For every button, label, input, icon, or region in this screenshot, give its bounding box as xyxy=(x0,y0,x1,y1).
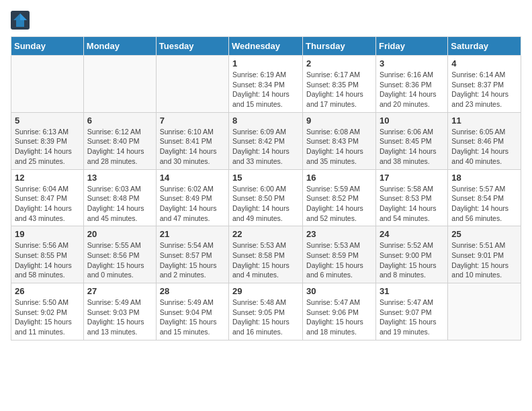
day-number: 23 xyxy=(306,229,372,239)
calendar-cell: 19Sunrise: 5:56 AM Sunset: 8:55 PM Dayli… xyxy=(11,226,84,283)
day-info: Sunrise: 6:02 AM Sunset: 8:49 PM Dayligh… xyxy=(160,184,225,224)
page-header xyxy=(11,11,521,30)
day-number: 3 xyxy=(380,58,444,68)
day-of-week-monday: Monday xyxy=(83,37,156,56)
calendar-cell: 12Sunrise: 6:04 AM Sunset: 8:47 PM Dayli… xyxy=(11,169,84,226)
day-info: Sunrise: 5:48 AM Sunset: 9:05 PM Dayligh… xyxy=(232,298,299,337)
day-info: Sunrise: 5:51 AM Sunset: 9:01 PM Dayligh… xyxy=(451,240,517,280)
calendar-cell: 27Sunrise: 5:49 AM Sunset: 9:03 PM Dayli… xyxy=(83,283,156,340)
calendar-cell: 28Sunrise: 5:49 AM Sunset: 9:04 PM Dayli… xyxy=(156,283,228,340)
day-info: Sunrise: 6:17 AM Sunset: 8:35 PM Dayligh… xyxy=(306,70,372,109)
day-info: Sunrise: 6:06 AM Sunset: 8:45 PM Dayligh… xyxy=(380,127,444,167)
calendar-header: SundayMondayTuesdayWednesdayThursdayFrid… xyxy=(11,37,521,56)
calendar-cell xyxy=(448,283,521,340)
day-number: 27 xyxy=(87,286,152,296)
day-of-week-saturday: Saturday xyxy=(448,37,521,56)
day-number: 6 xyxy=(87,116,152,126)
calendar-cell: 23Sunrise: 5:53 AM Sunset: 8:59 PM Dayli… xyxy=(303,226,376,283)
calendar-body: 1Sunrise: 6:19 AM Sunset: 8:34 PM Daylig… xyxy=(11,56,521,340)
calendar-cell: 29Sunrise: 5:48 AM Sunset: 9:05 PM Dayli… xyxy=(229,283,303,340)
day-info: Sunrise: 6:14 AM Sunset: 8:37 PM Dayligh… xyxy=(451,70,517,109)
day-number: 22 xyxy=(232,229,299,239)
day-number: 9 xyxy=(306,116,372,126)
day-number: 14 xyxy=(160,173,225,183)
day-info: Sunrise: 6:13 AM Sunset: 8:39 PM Dayligh… xyxy=(15,127,80,167)
calendar-cell: 8Sunrise: 6:09 AM Sunset: 8:42 PM Daylig… xyxy=(229,112,303,169)
day-number: 12 xyxy=(15,173,80,183)
day-info: Sunrise: 6:10 AM Sunset: 8:41 PM Dayligh… xyxy=(160,127,225,167)
calendar-cell: 6Sunrise: 6:12 AM Sunset: 8:40 PM Daylig… xyxy=(83,112,156,169)
calendar-cell xyxy=(83,56,156,113)
day-number: 11 xyxy=(451,116,517,126)
day-number: 2 xyxy=(306,58,372,68)
day-number: 21 xyxy=(160,229,225,239)
day-info: Sunrise: 6:08 AM Sunset: 8:43 PM Dayligh… xyxy=(306,127,372,167)
day-number: 4 xyxy=(451,58,517,68)
week-row-5: 26Sunrise: 5:50 AM Sunset: 9:02 PM Dayli… xyxy=(11,283,521,340)
calendar-cell: 14Sunrise: 6:02 AM Sunset: 8:49 PM Dayli… xyxy=(156,169,228,226)
calendar-cell: 22Sunrise: 5:53 AM Sunset: 8:58 PM Dayli… xyxy=(229,226,303,283)
day-info: Sunrise: 6:16 AM Sunset: 8:36 PM Dayligh… xyxy=(380,70,444,109)
day-number: 18 xyxy=(451,173,517,183)
day-number: 19 xyxy=(15,229,80,239)
day-info: Sunrise: 5:53 AM Sunset: 8:59 PM Dayligh… xyxy=(306,240,372,280)
calendar-cell: 13Sunrise: 6:03 AM Sunset: 8:48 PM Dayli… xyxy=(83,169,156,226)
day-number: 17 xyxy=(380,173,444,183)
day-info: Sunrise: 6:05 AM Sunset: 8:46 PM Dayligh… xyxy=(451,127,517,167)
calendar-cell: 21Sunrise: 5:54 AM Sunset: 8:57 PM Dayli… xyxy=(156,226,228,283)
day-of-week-wednesday: Wednesday xyxy=(229,37,303,56)
calendar-cell: 18Sunrise: 5:57 AM Sunset: 8:54 PM Dayli… xyxy=(448,169,521,226)
calendar-cell: 30Sunrise: 5:47 AM Sunset: 9:06 PM Dayli… xyxy=(303,283,376,340)
day-info: Sunrise: 6:04 AM Sunset: 8:47 PM Dayligh… xyxy=(15,184,80,224)
day-info: Sunrise: 5:47 AM Sunset: 9:07 PM Dayligh… xyxy=(380,298,444,337)
day-info: Sunrise: 5:49 AM Sunset: 9:03 PM Dayligh… xyxy=(87,298,152,337)
day-info: Sunrise: 5:53 AM Sunset: 8:58 PM Dayligh… xyxy=(232,240,299,280)
calendar-cell: 10Sunrise: 6:06 AM Sunset: 8:45 PM Dayli… xyxy=(375,112,447,169)
calendar-cell: 17Sunrise: 5:58 AM Sunset: 8:53 PM Dayli… xyxy=(375,169,447,226)
calendar-cell: 2Sunrise: 6:17 AM Sunset: 8:35 PM Daylig… xyxy=(303,56,376,113)
calendar-cell xyxy=(11,56,84,113)
day-number: 20 xyxy=(87,229,152,239)
logo-icon xyxy=(11,11,30,30)
day-of-week-sunday: Sunday xyxy=(11,37,84,56)
day-number: 8 xyxy=(232,116,299,126)
day-number: 5 xyxy=(15,116,80,126)
day-info: Sunrise: 5:47 AM Sunset: 9:06 PM Dayligh… xyxy=(306,298,372,337)
calendar-cell: 1Sunrise: 6:19 AM Sunset: 8:34 PM Daylig… xyxy=(229,56,303,113)
calendar-cell xyxy=(156,56,228,113)
day-number: 7 xyxy=(160,116,225,126)
day-info: Sunrise: 5:50 AM Sunset: 9:02 PM Dayligh… xyxy=(15,298,80,337)
week-row-3: 12Sunrise: 6:04 AM Sunset: 8:47 PM Dayli… xyxy=(11,169,521,226)
calendar-cell: 11Sunrise: 6:05 AM Sunset: 8:46 PM Dayli… xyxy=(448,112,521,169)
day-number: 26 xyxy=(15,286,80,296)
calendar: SundayMondayTuesdayWednesdayThursdayFrid… xyxy=(11,36,521,340)
calendar-cell: 16Sunrise: 5:59 AM Sunset: 8:52 PM Dayli… xyxy=(303,169,376,226)
day-info: Sunrise: 5:59 AM Sunset: 8:52 PM Dayligh… xyxy=(306,184,372,224)
day-of-week-tuesday: Tuesday xyxy=(156,37,228,56)
day-number: 30 xyxy=(306,286,372,296)
day-info: Sunrise: 6:19 AM Sunset: 8:34 PM Dayligh… xyxy=(232,70,299,109)
calendar-cell: 5Sunrise: 6:13 AM Sunset: 8:39 PM Daylig… xyxy=(11,112,84,169)
day-number: 28 xyxy=(160,286,225,296)
day-of-week-friday: Friday xyxy=(375,37,447,56)
day-info: Sunrise: 6:09 AM Sunset: 8:42 PM Dayligh… xyxy=(232,127,299,167)
logo xyxy=(11,11,32,30)
day-number: 29 xyxy=(232,286,299,296)
calendar-cell: 3Sunrise: 6:16 AM Sunset: 8:36 PM Daylig… xyxy=(375,56,447,113)
day-info: Sunrise: 6:03 AM Sunset: 8:48 PM Dayligh… xyxy=(87,184,152,224)
calendar-cell: 4Sunrise: 6:14 AM Sunset: 8:37 PM Daylig… xyxy=(448,56,521,113)
day-number: 15 xyxy=(232,173,299,183)
day-number: 16 xyxy=(306,173,372,183)
calendar-cell: 7Sunrise: 6:10 AM Sunset: 8:41 PM Daylig… xyxy=(156,112,228,169)
calendar-cell: 15Sunrise: 6:00 AM Sunset: 8:50 PM Dayli… xyxy=(229,169,303,226)
day-of-week-thursday: Thursday xyxy=(303,37,376,56)
day-number: 24 xyxy=(380,229,444,239)
calendar-cell: 26Sunrise: 5:50 AM Sunset: 9:02 PM Dayli… xyxy=(11,283,84,340)
day-info: Sunrise: 6:12 AM Sunset: 8:40 PM Dayligh… xyxy=(87,127,152,167)
week-row-4: 19Sunrise: 5:56 AM Sunset: 8:55 PM Dayli… xyxy=(11,226,521,283)
week-row-2: 5Sunrise: 6:13 AM Sunset: 8:39 PM Daylig… xyxy=(11,112,521,169)
day-number: 25 xyxy=(451,229,517,239)
week-row-1: 1Sunrise: 6:19 AM Sunset: 8:34 PM Daylig… xyxy=(11,56,521,113)
day-number: 10 xyxy=(380,116,444,126)
day-number: 31 xyxy=(380,286,444,296)
